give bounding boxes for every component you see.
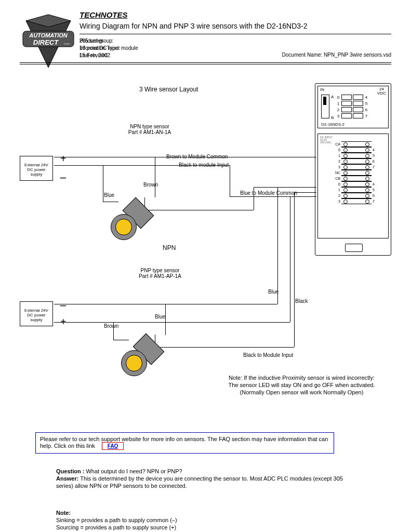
pnp-heading: PNP type sensorPart # AM1-AP-1A	[118, 268, 202, 279]
blue-label: Blue	[104, 192, 114, 198]
wiring-note: Note: If the inductive Proximity sensor …	[212, 374, 391, 396]
document-name: Document Name: NPN_PNP 3wire sensors.vsd	[282, 52, 391, 58]
module-part-number: D2-16ND3-2	[321, 122, 344, 127]
module-in-label: IN	[320, 87, 324, 92]
logo: AUTOMATION DIRECT .com	[20, 11, 77, 69]
minus-icon: –	[60, 170, 66, 184]
page-title: Wiring Diagram for NPN and PNP 3 wire se…	[79, 22, 308, 30]
dip-switch-icon	[321, 95, 329, 118]
blue-common-label: Blue to Module Common	[240, 190, 297, 196]
power-supply-2: External 24V DC power supply	[20, 301, 53, 326]
power-supply-1: External 24V DC power supply	[20, 156, 53, 181]
info-box: Please refer to our tech support website…	[35, 432, 334, 454]
logo-text-top: AUTOMATION	[29, 32, 68, 38]
npn-heading: NPN type sensorPart # AM1-AN-1A	[108, 124, 191, 135]
plc-module: IN 24VDC A B 04 15 26 37 D2-16ND3-2 DC I…	[315, 83, 391, 256]
layout-title: 3 Wire sensor Layout	[139, 86, 198, 93]
brown-label: Brown	[104, 323, 118, 329]
rule	[20, 64, 391, 64]
blue-label: Blue	[268, 289, 279, 295]
npn-type-label: NPN	[163, 244, 176, 251]
logo-text-com: .com	[63, 42, 70, 45]
black-input-label: Black to module Input	[179, 162, 229, 168]
qa-block: Question : What output do I need? NPN or…	[56, 468, 344, 489]
rule	[20, 62, 391, 63]
pnp-sensor	[121, 343, 157, 379]
faq-link[interactable]: FAQ	[102, 442, 124, 450]
plus-icon: +	[60, 153, 66, 165]
minus-icon: –	[60, 298, 66, 312]
logo-text-bot: DIRECT	[33, 38, 59, 46]
technotes-label: TECHNOTES	[79, 10, 128, 19]
led-block: 04 15 26 37	[336, 95, 385, 119]
blue-label: Blue	[155, 314, 165, 320]
rule	[79, 34, 391, 34]
npn-sensor	[111, 207, 147, 243]
note-block: Note: Sinking = provides a path to suppl…	[56, 509, 344, 531]
black-label: Black	[295, 298, 308, 304]
meta-block: Product group:205 series Information Typ…	[79, 37, 138, 59]
module-latch	[345, 244, 363, 252]
terminal-block: DC INPUT12-24VDC/VAC CA 04 15 26 37 NC C…	[317, 134, 389, 238]
black-input-label: Black to Module Input	[243, 352, 293, 358]
brown-label: Brown	[143, 182, 158, 188]
brown-common-label: Brown to Module Common	[166, 154, 228, 159]
